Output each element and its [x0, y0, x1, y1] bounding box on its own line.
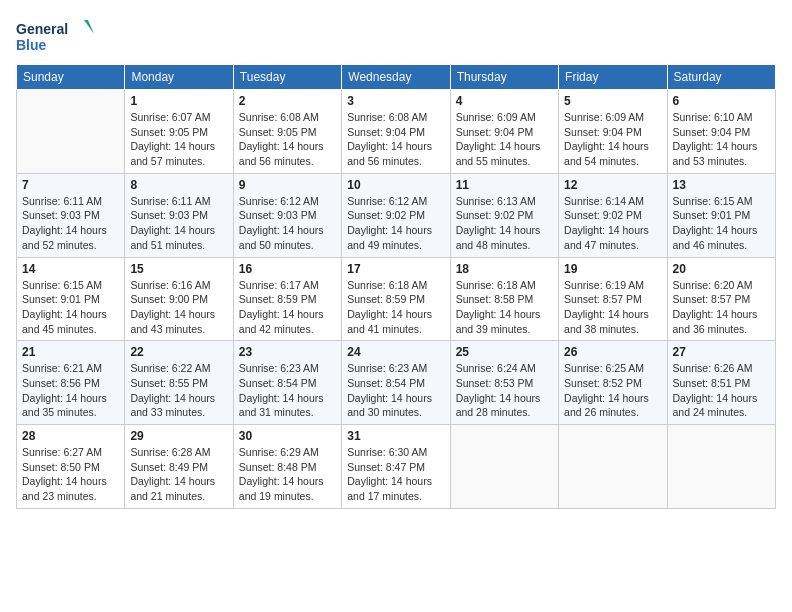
calendar-cell: 4Sunrise: 6:09 AM Sunset: 9:04 PM Daylig… [450, 90, 558, 174]
day-number: 8 [130, 178, 227, 192]
calendar-cell: 22Sunrise: 6:22 AM Sunset: 8:55 PM Dayli… [125, 341, 233, 425]
calendar-cell: 20Sunrise: 6:20 AM Sunset: 8:57 PM Dayli… [667, 257, 775, 341]
day-info: Sunrise: 6:13 AM Sunset: 9:02 PM Dayligh… [456, 194, 553, 253]
day-info: Sunrise: 6:11 AM Sunset: 9:03 PM Dayligh… [22, 194, 119, 253]
day-info: Sunrise: 6:23 AM Sunset: 8:54 PM Dayligh… [239, 361, 336, 420]
calendar-cell [667, 425, 775, 509]
day-number: 5 [564, 94, 661, 108]
calendar-cell [559, 425, 667, 509]
day-info: Sunrise: 6:12 AM Sunset: 9:02 PM Dayligh… [347, 194, 444, 253]
day-info: Sunrise: 6:28 AM Sunset: 8:49 PM Dayligh… [130, 445, 227, 504]
day-info: Sunrise: 6:25 AM Sunset: 8:52 PM Dayligh… [564, 361, 661, 420]
day-number: 27 [673, 345, 770, 359]
day-number: 17 [347, 262, 444, 276]
day-number: 13 [673, 178, 770, 192]
day-info: Sunrise: 6:26 AM Sunset: 8:51 PM Dayligh… [673, 361, 770, 420]
day-info: Sunrise: 6:29 AM Sunset: 8:48 PM Dayligh… [239, 445, 336, 504]
day-number: 9 [239, 178, 336, 192]
svg-text:General: General [16, 21, 68, 37]
calendar-cell: 7Sunrise: 6:11 AM Sunset: 9:03 PM Daylig… [17, 173, 125, 257]
day-header-wednesday: Wednesday [342, 65, 450, 90]
day-number: 16 [239, 262, 336, 276]
day-number: 10 [347, 178, 444, 192]
calendar-cell: 23Sunrise: 6:23 AM Sunset: 8:54 PM Dayli… [233, 341, 341, 425]
day-info: Sunrise: 6:24 AM Sunset: 8:53 PM Dayligh… [456, 361, 553, 420]
week-row-5: 28Sunrise: 6:27 AM Sunset: 8:50 PM Dayli… [17, 425, 776, 509]
day-header-tuesday: Tuesday [233, 65, 341, 90]
day-number: 12 [564, 178, 661, 192]
calendar-cell [17, 90, 125, 174]
day-number: 31 [347, 429, 444, 443]
day-info: Sunrise: 6:15 AM Sunset: 9:01 PM Dayligh… [22, 278, 119, 337]
day-number: 11 [456, 178, 553, 192]
day-number: 22 [130, 345, 227, 359]
day-info: Sunrise: 6:15 AM Sunset: 9:01 PM Dayligh… [673, 194, 770, 253]
day-header-friday: Friday [559, 65, 667, 90]
calendar-cell: 10Sunrise: 6:12 AM Sunset: 9:02 PM Dayli… [342, 173, 450, 257]
day-info: Sunrise: 6:09 AM Sunset: 9:04 PM Dayligh… [564, 110, 661, 169]
calendar-cell: 12Sunrise: 6:14 AM Sunset: 9:02 PM Dayli… [559, 173, 667, 257]
day-header-sunday: Sunday [17, 65, 125, 90]
week-row-4: 21Sunrise: 6:21 AM Sunset: 8:56 PM Dayli… [17, 341, 776, 425]
day-number: 28 [22, 429, 119, 443]
calendar-cell: 21Sunrise: 6:21 AM Sunset: 8:56 PM Dayli… [17, 341, 125, 425]
day-number: 1 [130, 94, 227, 108]
calendar-cell: 29Sunrise: 6:28 AM Sunset: 8:49 PM Dayli… [125, 425, 233, 509]
day-info: Sunrise: 6:18 AM Sunset: 8:58 PM Dayligh… [456, 278, 553, 337]
day-info: Sunrise: 6:09 AM Sunset: 9:04 PM Dayligh… [456, 110, 553, 169]
calendar-cell: 1Sunrise: 6:07 AM Sunset: 9:05 PM Daylig… [125, 90, 233, 174]
calendar-cell: 28Sunrise: 6:27 AM Sunset: 8:50 PM Dayli… [17, 425, 125, 509]
calendar-cell: 14Sunrise: 6:15 AM Sunset: 9:01 PM Dayli… [17, 257, 125, 341]
calendar-cell: 6Sunrise: 6:10 AM Sunset: 9:04 PM Daylig… [667, 90, 775, 174]
week-row-1: 1Sunrise: 6:07 AM Sunset: 9:05 PM Daylig… [17, 90, 776, 174]
day-info: Sunrise: 6:23 AM Sunset: 8:54 PM Dayligh… [347, 361, 444, 420]
calendar-cell: 30Sunrise: 6:29 AM Sunset: 8:48 PM Dayli… [233, 425, 341, 509]
day-number: 18 [456, 262, 553, 276]
day-info: Sunrise: 6:21 AM Sunset: 8:56 PM Dayligh… [22, 361, 119, 420]
calendar-cell: 25Sunrise: 6:24 AM Sunset: 8:53 PM Dayli… [450, 341, 558, 425]
calendar-cell: 16Sunrise: 6:17 AM Sunset: 8:59 PM Dayli… [233, 257, 341, 341]
day-number: 3 [347, 94, 444, 108]
calendar-cell: 27Sunrise: 6:26 AM Sunset: 8:51 PM Dayli… [667, 341, 775, 425]
day-info: Sunrise: 6:19 AM Sunset: 8:57 PM Dayligh… [564, 278, 661, 337]
day-number: 4 [456, 94, 553, 108]
day-header-monday: Monday [125, 65, 233, 90]
calendar-table: SundayMondayTuesdayWednesdayThursdayFrid… [16, 64, 776, 509]
day-info: Sunrise: 6:22 AM Sunset: 8:55 PM Dayligh… [130, 361, 227, 420]
day-header-thursday: Thursday [450, 65, 558, 90]
day-number: 23 [239, 345, 336, 359]
day-headers-row: SundayMondayTuesdayWednesdayThursdayFrid… [17, 65, 776, 90]
calendar-cell: 18Sunrise: 6:18 AM Sunset: 8:58 PM Dayli… [450, 257, 558, 341]
day-header-saturday: Saturday [667, 65, 775, 90]
calendar-cell [450, 425, 558, 509]
day-info: Sunrise: 6:10 AM Sunset: 9:04 PM Dayligh… [673, 110, 770, 169]
day-info: Sunrise: 6:30 AM Sunset: 8:47 PM Dayligh… [347, 445, 444, 504]
day-number: 7 [22, 178, 119, 192]
day-info: Sunrise: 6:12 AM Sunset: 9:03 PM Dayligh… [239, 194, 336, 253]
calendar-cell: 31Sunrise: 6:30 AM Sunset: 8:47 PM Dayli… [342, 425, 450, 509]
calendar-cell: 3Sunrise: 6:08 AM Sunset: 9:04 PM Daylig… [342, 90, 450, 174]
day-info: Sunrise: 6:14 AM Sunset: 9:02 PM Dayligh… [564, 194, 661, 253]
day-number: 24 [347, 345, 444, 359]
page-header: General Blue [16, 16, 776, 56]
day-info: Sunrise: 6:07 AM Sunset: 9:05 PM Dayligh… [130, 110, 227, 169]
calendar-cell: 5Sunrise: 6:09 AM Sunset: 9:04 PM Daylig… [559, 90, 667, 174]
day-number: 21 [22, 345, 119, 359]
logo-svg: General Blue [16, 16, 96, 56]
day-info: Sunrise: 6:17 AM Sunset: 8:59 PM Dayligh… [239, 278, 336, 337]
svg-marker-2 [84, 20, 94, 34]
day-number: 30 [239, 429, 336, 443]
calendar-cell: 15Sunrise: 6:16 AM Sunset: 9:00 PM Dayli… [125, 257, 233, 341]
day-info: Sunrise: 6:20 AM Sunset: 8:57 PM Dayligh… [673, 278, 770, 337]
logo: General Blue [16, 16, 96, 56]
day-number: 14 [22, 262, 119, 276]
day-info: Sunrise: 6:08 AM Sunset: 9:04 PM Dayligh… [347, 110, 444, 169]
svg-text:Blue: Blue [16, 37, 47, 53]
calendar-cell: 17Sunrise: 6:18 AM Sunset: 8:59 PM Dayli… [342, 257, 450, 341]
day-info: Sunrise: 6:08 AM Sunset: 9:05 PM Dayligh… [239, 110, 336, 169]
day-number: 25 [456, 345, 553, 359]
day-number: 15 [130, 262, 227, 276]
calendar-cell: 19Sunrise: 6:19 AM Sunset: 8:57 PM Dayli… [559, 257, 667, 341]
calendar-cell: 9Sunrise: 6:12 AM Sunset: 9:03 PM Daylig… [233, 173, 341, 257]
day-info: Sunrise: 6:27 AM Sunset: 8:50 PM Dayligh… [22, 445, 119, 504]
